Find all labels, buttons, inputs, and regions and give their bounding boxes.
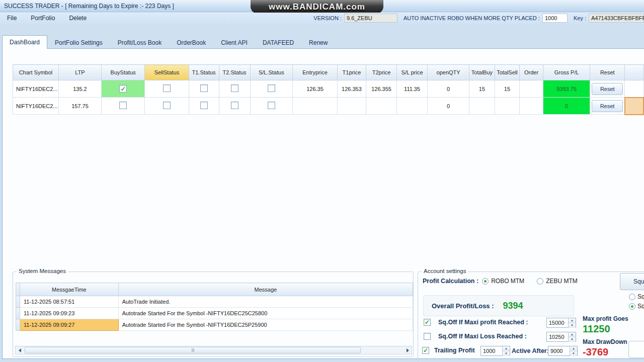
edge-radio-1[interactable] [629, 294, 635, 300]
menu-delete[interactable]: Delete [62, 14, 94, 23]
sell-checkbox[interactable] [163, 84, 171, 92]
col-chart-symbol[interactable]: Chart Symbol [13, 65, 59, 80]
trailing-profit-label: Trailing Profit [434, 347, 475, 354]
menu-portfolio[interactable]: PortFolio [24, 14, 62, 23]
bandicam-watermark: www.BANDICAM.com [251, 0, 383, 14]
messages-horizontal-scrollbar[interactable] [15, 346, 412, 354]
trailing-profit-value[interactable]: 1000 [481, 346, 502, 355]
cell-extra-selected [625, 98, 643, 115]
sq-loss-value[interactable]: 10250 [547, 332, 568, 341]
profit-calculation-label: Profit Calculation : [423, 278, 478, 285]
col-t1price[interactable]: T1price [338, 65, 366, 80]
col-openqty[interactable]: openQTY [427, 65, 469, 80]
spinner-arrows-icon[interactable]: ▲▼ [502, 346, 510, 355]
list-item[interactable]: 11-12-2025 09:09:23 Autotrade Started Fo… [16, 308, 413, 319]
sell-checkbox[interactable] [163, 102, 171, 109]
table-row[interactable]: NIFTY16DEC2... 135.2 126.35 126.353 126.… [13, 80, 644, 98]
sl-checkbox[interactable] [268, 102, 275, 109]
tab-portfolio-settings[interactable]: PortFolio Settings [47, 36, 110, 49]
tab-profit-loss-book[interactable]: Profit/Loss Book [110, 36, 169, 49]
menu-file[interactable]: File [0, 14, 24, 23]
col-totalbuy[interactable]: TotalBuy [469, 65, 495, 80]
col-t1status[interactable]: T1.Status [189, 65, 219, 80]
buy-checkbox[interactable] [119, 85, 127, 93]
auto-inactive-qty-input[interactable]: 1000 [542, 14, 568, 23]
col-message-time[interactable]: MessgaeTime [20, 283, 118, 296]
col-slprice[interactable]: S/L price [397, 65, 428, 80]
max-drawdown-label: Max DrawDown [583, 338, 627, 345]
tab-orderbook[interactable]: OrderBook [169, 36, 213, 49]
cell-extra [625, 80, 643, 98]
trailing-profit-checkbox[interactable] [422, 347, 429, 354]
bottom-right-button[interactable] [628, 341, 644, 358]
robo-mtm-label: ROBO MTM [491, 278, 524, 285]
zebu-mtm-radio[interactable] [537, 278, 543, 285]
list-item[interactable]: 11-12-2025 09:09:27 Autotrade Started Fo… [16, 319, 413, 331]
col-gross-pl[interactable]: Gross P/L [543, 65, 590, 80]
tab-renew[interactable]: Renew [301, 36, 335, 49]
sq-loss-checkbox[interactable] [424, 333, 431, 340]
max-drawdown-value: -3769 [583, 346, 608, 358]
col-buystatus[interactable]: BuyStatus [102, 65, 145, 80]
col-reset[interactable]: Reset [590, 65, 625, 80]
system-messages-table: MessgaeTime Message 11-12-2025 08:57:51 … [16, 283, 413, 331]
grid-header-row: Chart Symbol LTP BuyStatus SellStatus T1… [13, 65, 644, 80]
key-field[interactable]: A471433CBFEBFBFF0 [589, 14, 644, 23]
col-totalsell[interactable]: TotalSell [495, 65, 519, 80]
version-field[interactable]: 9.6_ZEBU [344, 14, 397, 23]
col-t2price[interactable]: T2price [366, 65, 396, 80]
robo-mtm-radio[interactable] [482, 278, 489, 285]
table-row[interactable]: NIFTY16DEC2... 157.75 0 0 Reset [13, 98, 644, 115]
col-t2status[interactable]: T2.Status [219, 65, 250, 80]
row-header-cell [16, 308, 20, 319]
edge-radio-2-label: Sq. [637, 303, 644, 310]
positions-grid: Chart Symbol LTP BuyStatus SellStatus T1… [13, 64, 644, 115]
trailing-profit-spinner[interactable]: 1000 ▲▼ [480, 346, 510, 356]
t1-checkbox[interactable] [200, 102, 208, 109]
active-after-label: Active After: [512, 347, 549, 354]
active-after-value[interactable]: 9000 [548, 346, 570, 355]
reset-button[interactable]: Reset [592, 83, 623, 95]
t2-checkbox[interactable] [231, 84, 238, 92]
system-messages-title: System Messages [17, 268, 68, 274]
sl-checkbox[interactable] [268, 84, 275, 92]
col-slstatus[interactable]: S/L.Status [250, 65, 292, 80]
cell-reset: Reset [590, 98, 625, 115]
tab-datafeed[interactable]: DATAFEED [255, 36, 301, 49]
sq-profit-value[interactable]: 15000 [547, 318, 568, 327]
col-message[interactable]: Message [118, 283, 413, 296]
scroll-right-arrow-icon[interactable] [404, 346, 412, 354]
cell-slstatus [250, 80, 292, 98]
square-off-button[interactable]: Squ [620, 273, 644, 290]
t2-checkbox[interactable] [231, 102, 238, 109]
reset-button[interactable]: Reset [592, 100, 623, 112]
col-sellstatus[interactable]: SellStatus [145, 65, 189, 80]
tab-client-api[interactable]: Client API [213, 36, 255, 49]
message-time: 11-12-2025 08:57:51 [20, 296, 118, 308]
tab-dashboard[interactable]: DashBoard [2, 35, 47, 49]
list-item[interactable]: 11-12-2025 08:57:51 AutoTrade Initiated. [16, 296, 413, 308]
col-entryprice[interactable]: Entryprice [293, 65, 338, 80]
spinner-arrows-icon[interactable]: ▲▼ [568, 332, 576, 341]
col-order[interactable]: Order [520, 65, 543, 80]
overall-profit-box: Overall Profit/Loss : 9394 [423, 295, 574, 316]
cell-slstatus [250, 98, 292, 115]
spinner-arrows-icon[interactable]: ▲▼ [570, 346, 577, 355]
col-ltp[interactable]: LTP [58, 65, 101, 80]
spinner-arrows-icon[interactable]: ▲▼ [568, 318, 576, 327]
sq-profit-spinner[interactable]: 15000 ▲▼ [546, 318, 576, 328]
edge-radio-2[interactable] [629, 303, 635, 310]
overall-profit-value: 9394 [503, 301, 523, 311]
messages-header-row: MessgaeTime Message [16, 283, 413, 296]
zebu-mtm-label: ZEBU MTM [546, 278, 578, 285]
auto-inactive-label: AUTO INACTIVE ROBO WHEN MORE QTY PLACED … [404, 15, 540, 21]
cell-openqty: 0 [427, 98, 469, 115]
active-after-spinner[interactable]: 9000 ▲▼ [548, 346, 578, 356]
cell-gross-pl: 0 [543, 98, 590, 115]
scroll-left-arrow-icon[interactable] [16, 346, 24, 354]
t1-checkbox[interactable] [200, 84, 208, 92]
sq-loss-spinner[interactable]: 10250 ▲▼ [546, 332, 576, 342]
sq-profit-checkbox[interactable] [424, 319, 431, 326]
scrollbar-thumb[interactable] [25, 347, 361, 353]
buy-checkbox[interactable] [119, 102, 127, 109]
